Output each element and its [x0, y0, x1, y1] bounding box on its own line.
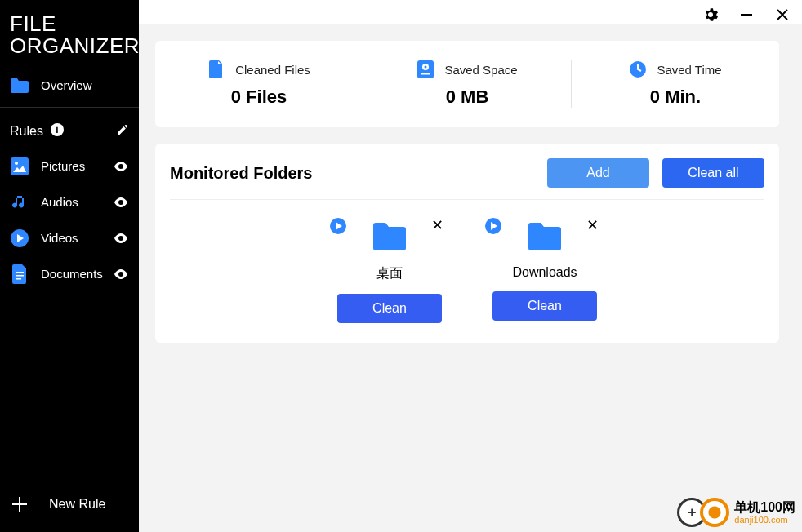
- eye-icon[interactable]: [113, 269, 129, 279]
- nav-label: Overview: [41, 78, 92, 92]
- folder-card: ✕ 桌面 Clean: [312, 211, 467, 323]
- svg-point-3: [15, 162, 18, 165]
- folder-icon: [10, 76, 29, 95]
- clean-button[interactable]: Clean: [337, 294, 442, 323]
- app-logo: FILE ORGANIZER: [0, 13, 139, 68]
- picture-icon: [10, 157, 29, 176]
- sidebar-item-overview[interactable]: Overview: [0, 68, 139, 104]
- main: Cleaned Files 0 Files Saved Space 0 MB: [139, 0, 802, 532]
- panel-title: Monitored Folders: [170, 164, 312, 183]
- nav-label: Documents: [41, 267, 103, 281]
- folder-name: Downloads: [512, 265, 577, 280]
- close-icon[interactable]: ✕: [585, 218, 599, 233]
- svg-rect-5: [16, 272, 24, 273]
- stat-saved-space: Saved Space 0 MB: [363, 60, 572, 108]
- stat-saved-time: Saved Time 0 Min.: [572, 60, 779, 108]
- audio-icon: [10, 193, 29, 212]
- sidebar-item-audios[interactable]: Audios: [0, 184, 139, 220]
- file-icon: [207, 60, 225, 78]
- svg-rect-12: [421, 73, 430, 75]
- monitored-folders-panel: Monitored Folders Add Clean all ✕ 桌面 Cle…: [155, 144, 779, 343]
- close-icon[interactable]: [774, 7, 791, 23]
- stat-label: Cleaned Files: [235, 63, 310, 77]
- svg-rect-6: [16, 275, 24, 277]
- eye-icon[interactable]: [113, 162, 129, 171]
- folder-card: ✕ Downloads Clean: [467, 211, 622, 323]
- stats-panel: Cleaned Files 0 Files Saved Space 0 MB: [155, 41, 779, 127]
- svg-point-11: [425, 66, 427, 69]
- sidebar-item-videos[interactable]: Videos: [0, 220, 139, 256]
- disk-icon: [417, 60, 434, 78]
- clean-button[interactable]: Clean: [492, 291, 597, 321]
- close-icon[interactable]: ✕: [430, 218, 444, 233]
- sidebar: FILE ORGANIZER Overview Rules i Pictures: [0, 0, 139, 532]
- stat-cleaned-files: Cleaned Files 0 Files: [155, 60, 363, 108]
- new-rule-label: New Rule: [49, 497, 105, 512]
- gear-icon[interactable]: [702, 7, 719, 23]
- nav-label: Pictures: [41, 159, 85, 173]
- svg-rect-7: [16, 278, 21, 280]
- nav-label: Videos: [41, 231, 78, 245]
- window-controls: [139, 0, 802, 24]
- clean-all-button[interactable]: Clean all: [662, 158, 764, 188]
- play-icon[interactable]: [485, 218, 501, 234]
- document-icon: [10, 264, 29, 284]
- folder-name: 桌面: [376, 265, 403, 282]
- minimize-icon[interactable]: [738, 7, 755, 23]
- video-icon: [10, 228, 29, 248]
- stat-value: 0 MB: [446, 86, 489, 108]
- sidebar-item-pictures[interactable]: Pictures: [0, 149, 139, 184]
- eye-icon[interactable]: [113, 197, 129, 207]
- stat-label: Saved Space: [444, 63, 517, 77]
- plus-icon: [10, 494, 29, 514]
- folder-icon: [373, 223, 406, 250]
- sidebar-item-documents[interactable]: Documents: [0, 256, 139, 292]
- eye-icon[interactable]: [113, 233, 129, 243]
- svg-text:i: i: [56, 124, 58, 135]
- svg-rect-8: [741, 14, 752, 16]
- add-button[interactable]: Add: [547, 158, 649, 188]
- folder-icon: [528, 223, 561, 250]
- edit-icon[interactable]: [116, 123, 129, 140]
- stat-label: Saved Time: [657, 63, 721, 77]
- rules-header: Rules i: [0, 111, 139, 149]
- stat-value: 0 Min.: [650, 86, 701, 108]
- new-rule-button[interactable]: New Rule: [0, 480, 139, 532]
- info-icon[interactable]: i: [50, 122, 65, 140]
- clock-icon: [629, 60, 647, 78]
- stat-value: 0 Files: [231, 86, 287, 108]
- play-icon[interactable]: [330, 218, 346, 234]
- rules-label: Rules: [10, 124, 43, 139]
- nav-label: Audios: [41, 195, 78, 209]
- svg-rect-2: [11, 157, 29, 175]
